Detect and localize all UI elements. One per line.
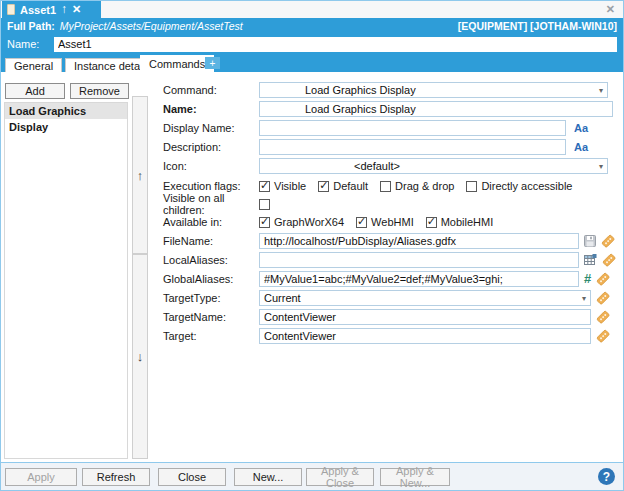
field-row-target-type: TargetType: Current ▾ [163,290,610,306]
local-aliases-label: LocalAliases: [163,254,259,266]
context-badge: [EQUIPMENT] [JOTHAM-WIN10] [458,20,617,32]
full-path-value: MyProject/Assets/Equipment/AssetTest [60,20,243,32]
command-label: Command: [163,84,259,96]
execution-flags-label: Execution flags: [163,180,259,192]
field-row-description: Description: Aa [163,139,588,155]
checkbox-mobilehmi[interactable] [426,217,437,228]
global-aliases-label: GlobalAliases: [163,273,259,285]
command-name-label: Name: [163,103,259,115]
field-row-global-aliases: GlobalAliases: # [163,271,610,287]
checkbox-webhmi[interactable] [356,217,367,228]
checkbox-visible-on-all-children[interactable] [259,199,270,210]
apply-and-close-button[interactable]: Apply & Close [306,468,374,486]
save-file-icon[interactable] [584,235,596,247]
checkbox-graphworx64[interactable] [259,217,270,228]
icon-value: <default> [260,160,400,172]
tag-browse-icon[interactable] [596,329,610,343]
checkbox-drag-drop-label: Drag & drop [395,180,454,192]
visible-on-all-children-label: Visible on all children: [163,192,259,216]
display-name-input[interactable] [259,120,566,136]
command-value: Load Graphics Display [260,84,416,96]
chevron-down-icon: ▾ [582,294,586,303]
apply-button[interactable]: Apply [5,468,77,486]
document-tab-bar: Asset1 ↑ ✕ ✕ [1,1,623,18]
field-row-target-name: TargetName: [163,309,610,325]
remove-button[interactable]: Remove [70,83,129,99]
asset-document-icon [7,4,15,15]
tab-add-plus[interactable]: + [205,57,220,69]
chevron-down-icon: ▾ [599,162,603,171]
target-name-label: TargetName: [163,311,259,323]
command-name-input[interactable] [259,101,613,117]
localize-icon[interactable]: Aa [574,141,588,153]
field-row-visible-on-all-children: Visible on all children: [163,196,270,212]
tab-close-icon[interactable]: ✕ [72,3,81,16]
checkbox-mobilehmi-label: MobileHMI [441,216,494,228]
checkbox-default-label: Default [333,180,368,192]
field-row-local-aliases: LocalAliases: [163,252,616,268]
checkbox-directly-accessible-label: Directly accessible [481,180,572,192]
chevron-down-icon: ▾ [599,86,603,95]
pane-close-icon[interactable]: ✕ [606,3,615,16]
arrow-down-icon: ↓ [137,349,144,364]
move-down-button[interactable]: ↓ [132,254,148,459]
name-bar: Name: [1,34,623,54]
display-name-label: Display Name: [163,122,259,134]
description-label: Description: [163,141,259,153]
add-button[interactable]: Add [5,83,65,99]
arrow-up-icon: ↑ [137,168,144,183]
help-button[interactable]: ? [598,468,615,485]
checkbox-directly-accessible[interactable] [466,181,477,192]
asset-editor-window: Asset1 ↑ ✕ ✕ Full Path: MyProject/Assets… [0,0,624,491]
field-row-icon: Icon: <default> ▾ [163,158,608,174]
field-row-available-in: Available in: GraphWorX64 WebHMI MobileH… [163,214,505,230]
field-row-display-name: Display Name: Aa [163,120,588,136]
commands-list[interactable]: Load Graphics Display [4,102,128,459]
alias-table-icon[interactable] [584,254,597,266]
target-type-dropdown[interactable]: Current ▾ [259,290,591,306]
new-button[interactable]: New... [234,468,302,486]
target-label: Target: [163,330,259,342]
icon-dropdown[interactable]: <default> ▾ [259,158,608,174]
document-tab-asset1[interactable]: Asset1 ↑ ✕ [2,1,101,18]
tab-commands[interactable]: Commands [140,55,214,72]
field-row-name: Name: [163,101,613,117]
editor-tab-strip: General Instance details Commands + [1,54,623,72]
apply-and-new-button[interactable]: Apply & New... [380,468,450,486]
global-aliases-input[interactable] [259,271,579,287]
filename-input[interactable] [259,233,579,249]
filename-label: FileName: [163,235,259,247]
field-row-filename: FileName: [163,233,615,249]
checkbox-visible-label: Visible [274,180,306,192]
tag-browse-icon[interactable] [596,291,610,305]
list-item-load-graphics-display[interactable]: Load Graphics Display [5,103,127,119]
localize-icon[interactable]: Aa [574,122,588,134]
navigate-up-icon[interactable]: ↑ [61,4,67,15]
command-dropdown[interactable]: Load Graphics Display ▾ [259,82,608,98]
checkbox-drag-drop[interactable] [380,181,391,192]
document-tab-title: Asset1 [20,4,56,16]
field-row-target: Target: [163,328,610,344]
close-button[interactable]: Close [158,468,226,486]
move-up-button[interactable]: ↑ [132,96,148,254]
checkbox-default[interactable] [318,181,329,192]
tag-browse-icon[interactable] [602,253,616,267]
tab-general[interactable]: General [5,58,62,72]
name-label: Name: [7,38,54,50]
full-path-bar: Full Path: MyProject/Assets/Equipment/As… [1,18,623,34]
target-input[interactable] [259,328,591,344]
checkbox-graphworx64-label: GraphWorX64 [274,216,344,228]
footer-button-bar: Apply Refresh Close New... Apply & Close… [1,462,623,490]
description-input[interactable] [259,139,566,155]
local-aliases-input[interactable] [259,252,579,268]
target-type-value: Current [260,292,301,304]
tag-browse-icon[interactable] [601,234,615,248]
checkbox-webhmi-label: WebHMI [371,216,414,228]
global-alias-hash-icon[interactable]: # [584,273,591,285]
tag-browse-icon[interactable] [596,272,610,286]
tag-browse-icon[interactable] [596,310,610,324]
refresh-button[interactable]: Refresh [82,468,150,486]
asset-name-input[interactable] [54,37,617,52]
target-name-input[interactable] [259,309,591,325]
checkbox-visible[interactable] [259,181,270,192]
